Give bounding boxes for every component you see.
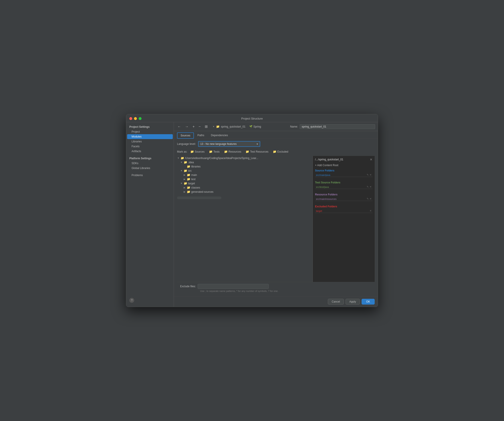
sidebar-item-artifacts[interactable]: Artifacts bbox=[126, 149, 174, 154]
excluded-folder-icon: 📁 bbox=[273, 150, 276, 153]
maximize-button[interactable] bbox=[139, 117, 142, 120]
test-source-folder-path: src/test/java bbox=[316, 186, 329, 188]
generated-sources-label: generated-sources bbox=[191, 190, 213, 193]
project-structure-dialog: Project Structure Project Settings Proje… bbox=[126, 114, 378, 307]
tab-sources[interactable]: Sources bbox=[177, 132, 194, 139]
tree-node-main[interactable]: ▶ 📁 main bbox=[183, 173, 311, 177]
libraries-label: libraries bbox=[191, 165, 201, 168]
tab-paths[interactable]: Paths bbox=[194, 132, 207, 139]
main-label: main bbox=[191, 174, 197, 177]
tree-node-classes[interactable]: ▶ 📁 classes bbox=[183, 186, 311, 190]
cancel-button[interactable]: Cancel bbox=[328, 299, 344, 305]
resource-folder-path: src/main/resources bbox=[316, 198, 336, 200]
source-folders-header: Source Folders bbox=[315, 169, 372, 172]
toggle-icon: ▶ bbox=[183, 174, 186, 176]
test-resources-folder-icon: 📁 bbox=[246, 150, 249, 153]
tree-node-generated-sources[interactable]: ▶ 📁 generated-sources bbox=[183, 190, 311, 194]
name-label: Name: bbox=[290, 125, 298, 128]
bottom-area: Exclude files: Use ; to separate name pa… bbox=[177, 282, 375, 294]
sidebar-item-facets[interactable]: Facets bbox=[126, 144, 174, 149]
tree-node-target[interactable]: ▼ 📁 target bbox=[180, 181, 311, 186]
sidebar-item-problems[interactable]: Problems bbox=[126, 173, 174, 178]
exclude-label: Exclude files: bbox=[180, 285, 196, 288]
tree-node-src[interactable]: ▼ 📁 src bbox=[180, 168, 311, 173]
dialog-title: Project Structure bbox=[241, 117, 263, 120]
toggle-icon: ▼ bbox=[180, 161, 183, 163]
resource-folders-header: Resource Folders bbox=[315, 193, 372, 196]
excluded-folder-remove-button[interactable]: ✕ bbox=[370, 209, 372, 212]
split-area: ▼ 📁 /Users/edisonhuang/CodingSpace/IdeaP… bbox=[177, 156, 375, 282]
toggle-icon: ▶ bbox=[183, 191, 186, 193]
toggle-icon: ▼ bbox=[180, 169, 183, 172]
source-folder-path: src/main/java bbox=[316, 174, 330, 176]
idea-label: .idea bbox=[188, 161, 194, 164]
source-folders-section: Source Folders src/main/java ✎ ✕ bbox=[315, 169, 372, 178]
language-level-wrapper: 13 - No new language features ▼ bbox=[198, 141, 260, 147]
test-source-folders-section: Test Source Folders src/test/java ✎ ✕ bbox=[315, 181, 372, 190]
test-source-folder-remove-button[interactable]: ✕ bbox=[370, 186, 372, 188]
scrollbar-area bbox=[177, 197, 311, 199]
tree-node-idea[interactable]: ▼ 📁 .idea bbox=[180, 160, 311, 164]
src-label: src bbox=[188, 169, 192, 172]
source-folder-remove-button[interactable]: ✕ bbox=[370, 174, 372, 176]
resource-folder-remove-button[interactable]: ✕ bbox=[370, 197, 372, 200]
mark-resources-button[interactable]: 📁 Resources bbox=[223, 150, 242, 154]
add-button[interactable]: + bbox=[192, 124, 195, 129]
classes-label: classes bbox=[191, 186, 200, 189]
resource-folder-edit-button[interactable]: ✎ bbox=[367, 197, 369, 200]
source-folder-item: src/main/java ✎ ✕ bbox=[315, 173, 372, 177]
tab-dependencies[interactable]: Dependencies bbox=[208, 132, 231, 139]
tree-node-test[interactable]: ▶ 📁 test bbox=[183, 177, 311, 181]
module-name-input[interactable] bbox=[300, 124, 375, 129]
language-level-select[interactable]: 13 - No new language features bbox=[198, 141, 260, 147]
toggle-icon: ▶ bbox=[183, 178, 186, 180]
minimize-button[interactable] bbox=[134, 117, 137, 120]
spring-label: Spring bbox=[253, 125, 261, 128]
tree-node-libraries[interactable]: 📁 libraries bbox=[183, 164, 311, 168]
test-source-folder-item: src/test/java ✎ ✕ bbox=[315, 185, 372, 189]
test-source-folder-edit-button[interactable]: ✎ bbox=[367, 186, 369, 188]
test-source-folders-header: Test Source Folders bbox=[315, 181, 372, 184]
window-controls bbox=[129, 117, 142, 120]
excluded-folder-item: target ✕ bbox=[315, 209, 372, 213]
mark-as-row: Mark as: 📁 Sources 📁 Tests 📁 Resources bbox=[177, 150, 375, 154]
right-panel-close-button[interactable]: ✕ bbox=[370, 158, 372, 161]
sidebar-item-sdks[interactable]: SDKs bbox=[126, 161, 174, 166]
root-folder-icon: 📁 bbox=[180, 156, 184, 160]
resource-folder-actions: ✎ ✕ bbox=[367, 197, 372, 200]
source-folder-edit-button[interactable]: ✎ bbox=[367, 174, 369, 176]
forward-button[interactable]: → bbox=[184, 124, 189, 129]
back-button[interactable]: ← bbox=[177, 124, 182, 129]
target-label: target bbox=[188, 182, 195, 185]
idea-folder-icon: 📁 bbox=[184, 161, 187, 164]
exclude-input[interactable] bbox=[198, 284, 269, 289]
add-content-root-link[interactable]: + Add Content Root bbox=[315, 164, 338, 167]
apply-button[interactable]: Apply bbox=[346, 299, 360, 305]
close-button[interactable] bbox=[129, 117, 132, 120]
project-settings-header: Project Settings bbox=[126, 124, 174, 129]
right-panel-header: /.../spring_quickstart_01 ✕ bbox=[315, 158, 372, 161]
resource-folders-section: Resource Folders src/main/resources ✎ ✕ bbox=[315, 193, 372, 202]
sidebar-item-project[interactable]: Project bbox=[126, 129, 174, 134]
mark-sources-button[interactable]: 📁 Sources bbox=[189, 150, 206, 154]
excluded-folders-header: Excluded Folders bbox=[315, 205, 372, 208]
mark-tests-button[interactable]: 📁 Tests bbox=[208, 150, 221, 154]
sidebar-item-modules[interactable]: Modules bbox=[127, 134, 173, 139]
ok-button[interactable]: OK bbox=[362, 299, 375, 305]
source-folder-actions: ✎ ✕ bbox=[367, 174, 372, 176]
toggle-icon: ▼ bbox=[180, 182, 183, 185]
test-folder-icon: 📁 bbox=[187, 177, 190, 181]
tree-node-root[interactable]: ▼ 📁 /Users/edisonhuang/CodingSpace/IdeaP… bbox=[177, 156, 311, 160]
mark-excluded-button[interactable]: 📁 Excluded bbox=[271, 150, 289, 154]
sidebar-item-libraries[interactable]: Libraries bbox=[126, 139, 174, 144]
copy-button[interactable]: ⊞ bbox=[204, 124, 209, 129]
sidebar-item-global-libraries[interactable]: Global Libraries bbox=[126, 166, 174, 171]
horizontal-scrollbar[interactable] bbox=[177, 197, 221, 199]
main-content: Language level: 13 - No new language fea… bbox=[174, 139, 378, 296]
mark-test-resources-button[interactable]: 📁 Test Resources bbox=[244, 150, 270, 154]
target-folder-icon: 📁 bbox=[184, 182, 187, 185]
content-area: ← → + − ⊞ ▼ 📁 spring_quickstart_01 🌱 Spr… bbox=[174, 122, 378, 307]
test-source-folder-actions: ✎ ✕ bbox=[367, 186, 372, 188]
help-button[interactable]: ? bbox=[129, 298, 134, 303]
remove-button[interactable]: − bbox=[198, 124, 201, 129]
